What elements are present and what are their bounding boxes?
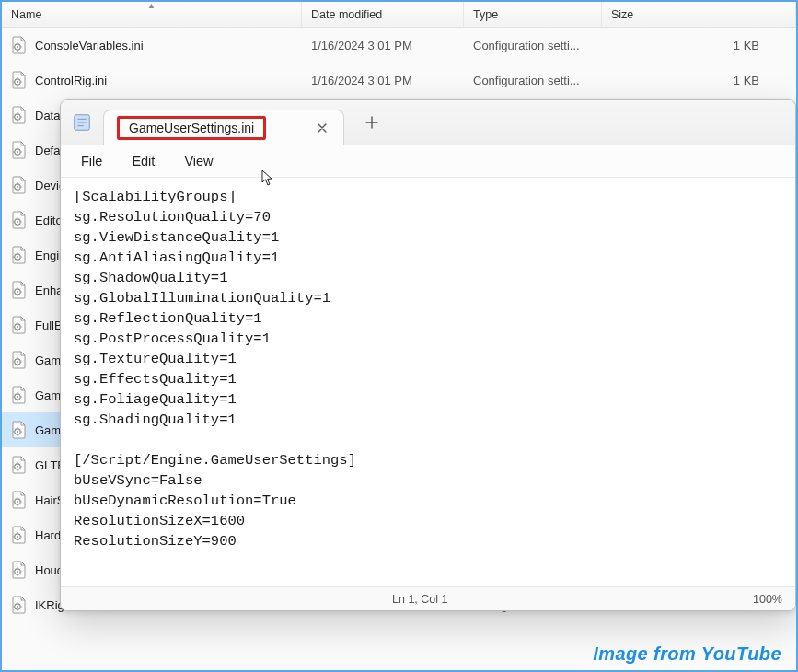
ini-file-icon: [11, 386, 28, 404]
ini-file-icon: [11, 106, 28, 124]
column-size[interactable]: Size: [602, 2, 796, 27]
file-date: 1/16/2024 3:01 PM: [302, 74, 464, 87]
status-caret: Ln 1, Col 1: [392, 593, 447, 606]
svg-point-27: [17, 501, 18, 503]
svg-point-3: [17, 81, 18, 83]
ini-file-icon: [11, 281, 28, 299]
ini-file-icon: [11, 351, 28, 369]
ini-file-icon: [11, 526, 28, 544]
ini-file-icon: [11, 71, 28, 89]
svg-point-7: [17, 151, 18, 153]
file-name: ControlRig.ini: [35, 74, 107, 87]
file-row[interactable]: ControlRig.ini 1/16/2024 3:01 PM Configu…: [2, 63, 796, 98]
svg-point-11: [17, 221, 18, 223]
svg-point-15: [17, 291, 18, 293]
column-headers: Name ▲ Date modified Type Size: [2, 2, 796, 28]
notepad-tab-title: GameUserSettings.ini: [117, 116, 266, 140]
ini-file-icon: [11, 141, 28, 159]
plus-icon: [365, 116, 378, 129]
notepad-text-area[interactable]: [ScalabilityGroups] sg.ResolutionQuality…: [61, 178, 795, 586]
ini-file-icon: [11, 36, 28, 54]
menu-view[interactable]: View: [171, 150, 226, 172]
svg-point-23: [17, 431, 18, 433]
svg-point-31: [17, 571, 18, 573]
notepad-titlebar[interactable]: GameUserSettings.ini: [61, 100, 795, 145]
file-date: 1/16/2024 3:01 PM: [302, 39, 464, 52]
svg-point-21: [17, 396, 18, 398]
sort-asc-icon: ▲: [147, 1, 156, 10]
tab-close-button[interactable]: [310, 116, 334, 140]
svg-point-17: [17, 326, 18, 328]
file-size: 1 KB: [602, 74, 796, 87]
column-date[interactable]: Date modified: [302, 2, 464, 27]
ini-file-icon: [11, 456, 28, 474]
column-date-label: Date modified: [311, 8, 382, 21]
notepad-menubar: File Edit View: [61, 145, 795, 178]
ini-file-icon: [11, 246, 28, 264]
column-type[interactable]: Type: [464, 2, 602, 27]
column-name-label: Name: [11, 8, 41, 21]
notepad-statusbar: Ln 1, Col 1 100%: [61, 586, 795, 610]
svg-point-33: [17, 606, 18, 608]
menu-edit[interactable]: Edit: [119, 150, 168, 172]
notepad-tab[interactable]: GameUserSettings.ini: [103, 110, 344, 145]
ini-file-icon: [11, 316, 28, 334]
column-size-label: Size: [611, 8, 633, 21]
file-size: 1 KB: [602, 39, 796, 52]
svg-point-9: [17, 186, 18, 188]
svg-point-1: [17, 46, 18, 48]
svg-point-5: [17, 116, 18, 118]
column-type-label: Type: [473, 8, 498, 21]
ini-file-icon: [11, 211, 28, 229]
menu-file[interactable]: File: [68, 150, 115, 172]
ini-file-icon: [11, 421, 28, 439]
close-icon: [317, 122, 328, 133]
ini-file-icon: [11, 491, 28, 509]
file-type: Configuration setti...: [464, 39, 602, 52]
svg-point-13: [17, 256, 18, 258]
svg-point-29: [17, 536, 18, 538]
svg-point-19: [17, 361, 18, 363]
file-name: ConsoleVariables.ini: [35, 39, 144, 52]
ini-file-icon: [11, 596, 28, 614]
ini-file-icon: [11, 561, 28, 579]
notepad-app-icon: [72, 112, 92, 133]
file-type: Configuration setti...: [464, 74, 602, 87]
new-tab-button[interactable]: [355, 106, 388, 139]
file-row[interactable]: ConsoleVariables.ini 1/16/2024 3:01 PM C…: [2, 28, 796, 63]
ini-file-icon: [11, 176, 28, 194]
svg-point-25: [17, 466, 18, 468]
column-name[interactable]: Name ▲: [2, 2, 302, 27]
notepad-window: GameUserSettings.ini File Edit View [Sca…: [60, 99, 796, 611]
status-zoom: 100%: [753, 593, 782, 606]
watermark-text: Image from YouTube: [593, 643, 781, 665]
